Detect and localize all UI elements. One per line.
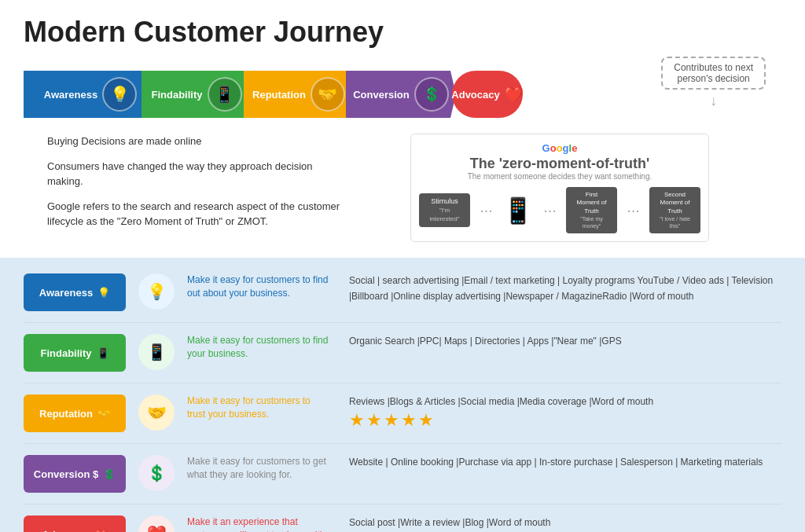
findability-description: Make it easy for customers to find your …: [187, 334, 336, 361]
reputation-examples-area: Reviews |Blogs & Articles |Social media …: [349, 394, 781, 430]
flow-dots3-icon: ···: [620, 201, 646, 219]
zmot-second-label: SecondMoment of Truth: [654, 191, 696, 215]
journey-row-reputation: Reputation 🤝 🤝 Make it easy for customer…: [24, 394, 781, 444]
funnel-findability: Findability 📱: [142, 71, 252, 118]
flow-dots-icon: ···: [473, 201, 499, 219]
funnel-conversion: Conversion 💲: [346, 71, 456, 118]
advocacy-row-label: Advocacy: [42, 529, 90, 532]
conversion-row-icon-circle: 💲: [138, 455, 175, 491]
reputation-row-icon-circle: 🤝: [138, 394, 175, 431]
conversion-label: Conversion: [353, 89, 410, 101]
label-findability: Findability 📱: [24, 334, 126, 372]
zmot-visual: Google The 'zero-moment-of-truth' The mo…: [410, 134, 709, 242]
advocacy-row-icon: ❤️: [95, 529, 108, 532]
google-zmot-text: Google refers to the search and research…: [47, 199, 346, 229]
content-row: Buying Decisions are made online Consume…: [24, 134, 781, 242]
reputation-row-circle-icon: 🤝: [147, 403, 167, 422]
google-logo: Google: [419, 142, 700, 154]
reputation-row-label: Reputation: [39, 408, 93, 420]
awareness-description: Make it easy for customers to find out a…: [187, 273, 336, 300]
conversion-icon: 💲: [423, 86, 440, 103]
awareness-examples: Social | search advertising |Email / tex…: [349, 273, 781, 303]
phone-icon: 📱: [502, 196, 534, 226]
consumers-changed-text: Consumers have changed the way they appr…: [47, 159, 346, 189]
findability-row-icon-circle: 📱: [138, 334, 175, 370]
reputation-stars: ★★★★★: [349, 410, 781, 431]
funnel-area: Contributes to nextperson's decision ↓ A…: [24, 63, 781, 126]
funnel-awareness: Awareness 💡: [24, 71, 149, 118]
awareness-row-label: Awareness: [39, 287, 93, 299]
findability-row-label: Findability: [41, 347, 92, 359]
reputation-icon: 🤝: [318, 85, 337, 104]
advocacy-label: Advocacy: [451, 89, 499, 101]
awareness-icon: 💡: [110, 85, 130, 104]
reputation-icon-circle: 🤝: [311, 77, 345, 112]
contributes-text: Contributes to nextperson's decision: [661, 57, 766, 90]
label-conversion: Conversion $ 💲: [24, 455, 126, 493]
awareness-row-icon-circle: 💡: [138, 273, 175, 310]
advocacy-description: Make it an experience that customers wil…: [187, 515, 336, 532]
label-advocacy: Advocacy ❤️: [24, 515, 126, 532]
findability-icon: 📱: [215, 85, 234, 104]
conversion-row-icon: 💲: [103, 468, 116, 480]
findability-row-icon: 📱: [97, 347, 109, 359]
findability-row-circle-icon: 📱: [147, 343, 167, 361]
awareness-row-circle-icon: 💡: [147, 282, 167, 301]
buying-decisions-text: Buying Decisions are made online: [47, 134, 346, 149]
advocacy-examples: Social post |Write a review |Blog |Word …: [349, 515, 781, 530]
journey-row-conversion: Conversion $ 💲 💲 Make it easy for custom…: [24, 455, 781, 504]
findability-label: Findability: [152, 89, 203, 101]
zmot-stimulus-box: Stimulus "I'm interested": [419, 193, 470, 226]
reputation-description: Make it easy for customers to trust your…: [187, 394, 336, 421]
page-title: Modern Customer Journey: [24, 16, 781, 49]
zmot-flow: Stimulus "I'm interested" ··· 📱 ··· Firs…: [419, 187, 700, 233]
conversion-description: Make it easy for customers to get what t…: [187, 455, 336, 482]
left-text-block: Buying Decisions are made online Consume…: [47, 134, 346, 242]
findability-icon-circle: 📱: [208, 77, 242, 112]
flow-dots2-icon: ···: [537, 201, 563, 219]
zmot-first-sub: "Take my money": [571, 215, 612, 229]
findability-examples: Organic Search |PPC| Maps | Directories …: [349, 334, 781, 349]
journey-row-awareness: Awareness 💡 💡 Make it easy for customers…: [24, 273, 781, 323]
reputation-examples: Reviews |Blogs & Articles |Social media …: [349, 394, 781, 409]
awareness-row-icon: 💡: [97, 287, 110, 299]
conversion-icon-circle: 💲: [414, 77, 449, 112]
awareness-icon-circle: 💡: [102, 77, 137, 112]
zmot-block: Google The 'zero-moment-of-truth' The mo…: [362, 134, 758, 242]
zmot-first-moment-box: FirstMoment of Truth "Take my money": [566, 187, 617, 233]
zmot-first-label: FirstMoment of Truth: [571, 191, 612, 215]
journey-row-findability: Findability 📱 📱 Make it easy for custome…: [24, 334, 781, 383]
zmot-subtitle: The moment someone decides they want som…: [419, 172, 700, 181]
contributes-box: Contributes to nextperson's decision ↓: [661, 57, 766, 109]
advocacy-row-circle-icon: ❤️: [147, 524, 167, 532]
funnel-reputation: Reputation 🤝: [244, 71, 354, 118]
advocacy-heart-icon: ❤️: [504, 85, 524, 104]
reputation-label: Reputation: [252, 89, 306, 101]
zmot-stimulus-label: Stimulus: [424, 197, 465, 207]
zmot-second-sub: "I love / hate this": [654, 215, 696, 229]
awareness-label: Awareness: [44, 89, 97, 101]
journey-row-advocacy: Advocacy ❤️ ❤️ Make it an experience tha…: [24, 515, 781, 532]
zmot-title: The 'zero-moment-of-truth': [419, 156, 700, 172]
label-reputation: Reputation 🤝: [24, 394, 126, 432]
conversion-row-circle-icon: 💲: [147, 464, 167, 482]
advocacy-row-icon-circle: ❤️: [138, 515, 175, 532]
funnel-advocacy: Advocacy ❤️: [452, 71, 523, 118]
zmot-stimulus-sub: "I'm interested": [424, 207, 465, 223]
label-awareness: Awareness 💡: [24, 273, 126, 311]
zmot-second-moment-box: SecondMoment of Truth "I love / hate thi…: [649, 187, 700, 233]
bottom-section: Awareness 💡 💡 Make it easy for customers…: [0, 258, 805, 532]
conversion-examples: Website | Online booking |Purchase via a…: [349, 455, 781, 470]
top-section: Modern Customer Journey Contributes to n…: [0, 0, 805, 250]
conversion-row-label: Conversion $: [34, 468, 98, 480]
reputation-row-icon: 🤝: [97, 408, 110, 420]
down-arrow-icon: ↓: [661, 93, 766, 109]
